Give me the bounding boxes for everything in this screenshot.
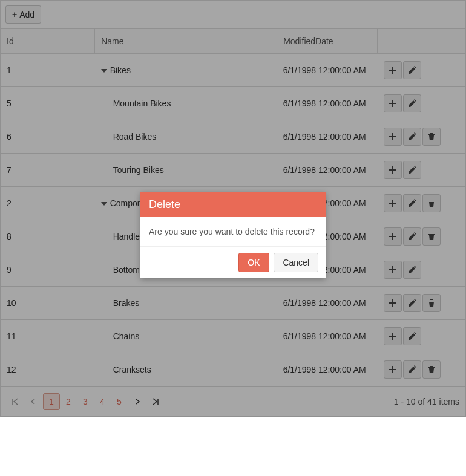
dialog-cancel-button[interactable]: Cancel	[274, 253, 318, 272]
dialog-ok-button[interactable]: OK	[238, 253, 269, 272]
dialog-title: Delete	[140, 192, 326, 217]
delete-dialog: Delete Are you sure you want to delete t…	[140, 192, 326, 278]
dialog-message: Are you sure you want to delete this rec…	[140, 217, 326, 247]
